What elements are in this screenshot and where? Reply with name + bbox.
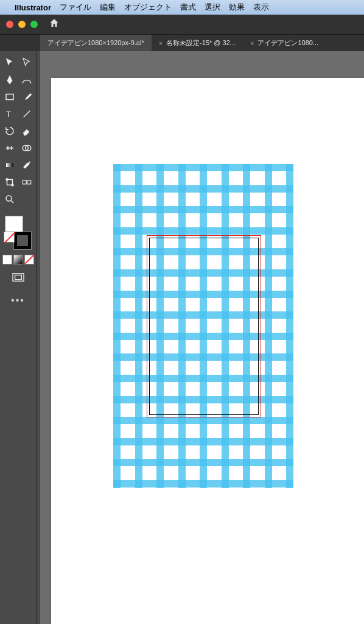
document-tabs: アイデアピン1080×1920px-9.ai* × 名称未設定-15* @ 32… <box>0 34 364 51</box>
pen-tool[interactable] <box>2 72 18 88</box>
close-icon[interactable]: × <box>250 40 254 47</box>
svg-text:T: T <box>6 110 11 119</box>
window-zoom-button[interactable] <box>30 21 38 28</box>
svg-rect-0 <box>6 94 13 100</box>
menu-select[interactable]: 選択 <box>205 2 220 13</box>
menu-view[interactable]: 表示 <box>253 2 269 13</box>
none-swatch-icon[interactable] <box>4 232 15 243</box>
svg-point-8 <box>12 184 13 186</box>
hand-tool[interactable] <box>19 191 35 207</box>
menu-edit[interactable]: 編集 <box>100 2 116 13</box>
window-titlebar <box>0 15 364 34</box>
app-name-menu[interactable]: Illustrator <box>15 3 51 12</box>
svg-point-7 <box>6 179 8 180</box>
close-icon[interactable]: × <box>159 40 163 47</box>
document-tab-label: アイデアピン1080×1920px-9.ai* <box>47 38 144 48</box>
document-tab-3[interactable]: × アイデアピン1080... <box>243 35 326 51</box>
blend-tool[interactable] <box>19 174 35 190</box>
paintbrush-tool[interactable] <box>19 89 35 105</box>
color-mode-none[interactable] <box>24 255 34 264</box>
color-mode-row <box>2 255 34 264</box>
tools-panel: T ••• <box>0 51 37 624</box>
stroke-color-swatch[interactable] <box>13 232 32 250</box>
fill-stroke-swatches[interactable] <box>5 216 32 250</box>
selection-outline-inner <box>149 238 259 415</box>
macos-menubar: Illustrator ファイル 編集 オブジェクト 書式 選択 効果 表示 <box>0 0 364 15</box>
svg-line-12 <box>11 200 13 203</box>
color-mode-gradient[interactable] <box>13 255 23 264</box>
menu-object[interactable]: オブジェクト <box>124 2 172 13</box>
document-tab-label: 名称未設定-15* @ 32... <box>166 38 236 48</box>
selection-tool[interactable] <box>2 55 18 71</box>
window-close-button[interactable] <box>6 21 13 28</box>
canvas-area[interactable] <box>37 51 364 624</box>
line-segment-tool[interactable] <box>19 106 35 122</box>
document-tab-label: アイデアピン1080... <box>257 38 318 48</box>
rotate-tool[interactable] <box>2 123 18 139</box>
svg-point-11 <box>6 196 12 201</box>
width-tool[interactable] <box>2 140 18 156</box>
edit-toolbar-icon[interactable]: ••• <box>11 295 25 306</box>
eyedropper-tool[interactable] <box>19 157 35 173</box>
rectangle-tool[interactable] <box>2 89 18 105</box>
home-icon[interactable] <box>49 18 60 31</box>
svg-line-2 <box>23 111 30 118</box>
svg-rect-14 <box>15 275 21 279</box>
svg-rect-10 <box>27 180 30 184</box>
document-tab-2[interactable]: × 名称未設定-15* @ 32... <box>152 35 243 51</box>
curvature-tool[interactable] <box>19 72 35 88</box>
window-minimize-button[interactable] <box>18 21 26 28</box>
menu-type[interactable]: 書式 <box>180 2 196 13</box>
menu-effect[interactable]: 効果 <box>229 2 245 13</box>
color-mode-solid[interactable] <box>2 255 12 264</box>
document-tab-1[interactable]: アイデアピン1080×1920px-9.ai* <box>40 35 152 51</box>
svg-rect-9 <box>23 180 26 184</box>
type-tool[interactable]: T <box>2 106 18 122</box>
free-transform-tool[interactable] <box>2 174 18 190</box>
eraser-tool[interactable] <box>19 123 35 139</box>
menu-file[interactable]: ファイル <box>60 2 91 13</box>
svg-rect-5 <box>6 163 13 167</box>
gradient-tool[interactable] <box>2 157 18 173</box>
screen-mode-button[interactable] <box>12 272 25 285</box>
zoom-tool[interactable] <box>2 191 18 207</box>
direct-selection-tool[interactable] <box>19 55 35 71</box>
shape-builder-tool[interactable] <box>19 140 35 156</box>
panel-edge <box>37 51 40 624</box>
svg-rect-13 <box>13 274 24 282</box>
